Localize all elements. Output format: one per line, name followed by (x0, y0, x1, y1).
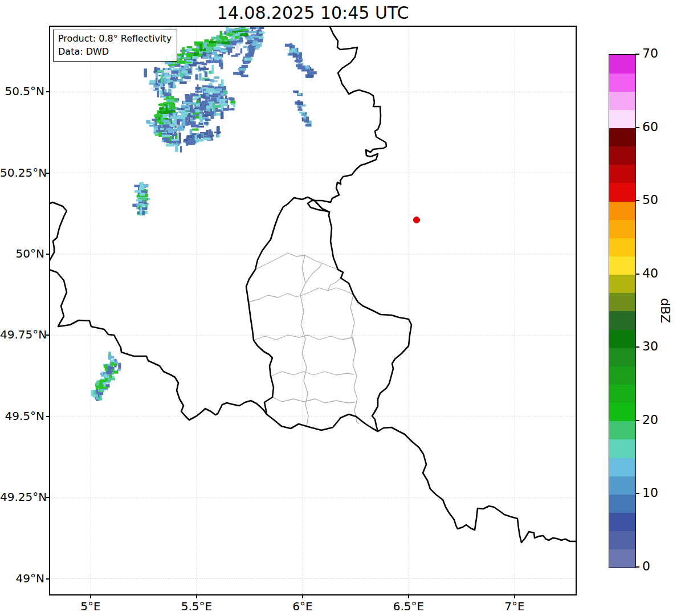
x-axis-tick (408, 595, 409, 598)
map-canvas (49, 26, 577, 595)
colorbar (609, 54, 636, 568)
colorbar-segment (609, 531, 635, 550)
colorbar-tick (635, 127, 639, 128)
y-tick-label: 50.5°N (0, 84, 44, 98)
x-tick-label: 6°E (292, 599, 312, 613)
radar-site-marker (414, 217, 420, 223)
colorbar-segment (609, 329, 635, 348)
colorbar-segment (609, 109, 635, 128)
colorbar-segment (609, 549, 635, 568)
colorbar-tick-label: 10 (642, 486, 658, 500)
product-info-line: Product: 0.8° Reflectivity (58, 32, 172, 45)
colorbar-segment (609, 91, 635, 110)
colorbar-segment (609, 385, 635, 403)
y-axis-tick (46, 416, 49, 417)
colorbar-segment (609, 256, 635, 275)
x-tick-label: 7°E (504, 599, 524, 613)
colorbar-segment (609, 146, 635, 165)
x-tick-label: 6.5°E (393, 599, 424, 613)
colorbar-segment (609, 348, 635, 366)
x-axis-tick (90, 595, 91, 598)
colorbar-segment (609, 476, 635, 495)
colorbar-segment (609, 201, 635, 220)
colorbar-segment (609, 513, 635, 532)
colorbar-tick-label: 70 (642, 46, 658, 60)
y-tick-label: 49.5°N (0, 409, 44, 423)
colorbar-tick-label: 50 (642, 193, 658, 207)
data-source-line: Data: DWD (58, 45, 172, 58)
colorbar-segment (609, 238, 635, 256)
colorbar-segment (609, 275, 635, 293)
colorbar-segment (609, 128, 635, 147)
colorbar-tick (635, 566, 639, 568)
colorbar-tick-label: 60 (642, 120, 658, 134)
y-tick-label: 49.75°N (0, 328, 44, 341)
y-axis-tick (46, 91, 49, 92)
colorbar-segment (609, 458, 635, 476)
radar-echoes (91, 26, 317, 401)
map-plot-area (49, 26, 577, 595)
x-axis-tick (196, 595, 197, 598)
colorbar-segment (609, 421, 635, 440)
x-axis-tick (302, 595, 303, 598)
radar-figure: 14.08.2025 10:45 UTC Product: 0.8° Refle… (0, 0, 685, 616)
colorbar-segment (609, 366, 635, 385)
colorbar-tick-label: 30 (642, 339, 658, 353)
colorbar-tick-label: 40 (642, 266, 658, 280)
colorbar-tick-label: 0 (642, 559, 650, 573)
colorbar-segment (609, 55, 635, 74)
y-tick-label: 50°N (0, 247, 44, 260)
colorbar-segment (609, 403, 635, 422)
colorbar-segment (609, 494, 635, 513)
product-info-box: Product: 0.8° Reflectivity Data: DWD (53, 30, 177, 62)
colorbar-segment (609, 219, 635, 238)
x-axis-tick (514, 595, 515, 598)
y-tick-label: 49.25°N (0, 490, 44, 504)
colorbar-tick (635, 274, 639, 275)
national-borders (49, 26, 577, 542)
colorbar-segment (609, 183, 635, 202)
colorbar-segment (609, 165, 635, 183)
colorbar-tick (635, 346, 639, 348)
y-axis-tick (46, 578, 49, 580)
colorbar-segment (609, 73, 635, 92)
x-tick-label: 5°E (80, 599, 100, 613)
colorbar-axis-label: dBZ (658, 296, 672, 325)
x-tick-label: 5.5°E (181, 599, 212, 613)
colorbar-segment (609, 293, 635, 312)
y-tick-label: 50.25°N (0, 166, 44, 180)
colorbar-tick (635, 200, 639, 201)
y-tick-label: 49°N (0, 572, 44, 585)
colorbar-segment (609, 439, 635, 458)
colorbar-tick (635, 54, 639, 55)
colorbar-tick (635, 493, 639, 494)
colorbar-segment (609, 311, 635, 330)
colorbar-tick (635, 420, 639, 421)
figure-title: 14.08.2025 10:45 UTC (49, 3, 577, 23)
y-axis-tick (46, 254, 49, 255)
colorbar-tick-label: 20 (642, 413, 658, 427)
